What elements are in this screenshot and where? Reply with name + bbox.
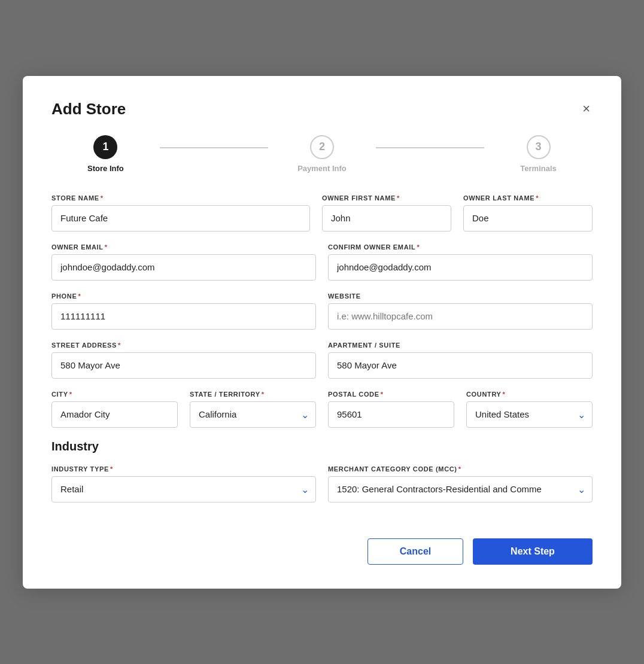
form-row-5: CITY* STATE / TERRITORY* California New …	[51, 391, 593, 428]
step-1-label: Store Info	[87, 164, 124, 173]
apartment-suite-label: APARTMENT / SUITE	[328, 342, 593, 349]
apartment-suite-group: APARTMENT / SUITE	[328, 342, 593, 379]
owner-last-name-label: OWNER LAST NAME*	[463, 194, 593, 202]
state-group: STATE / TERRITORY* California New York T…	[190, 391, 316, 428]
owner-first-name-group: OWNER FIRST NAME*	[322, 194, 451, 232]
city-input[interactable]	[51, 401, 178, 428]
phone-input[interactable]	[51, 303, 316, 330]
form-row-1: STORE NAME* OWNER FIRST NAME* OWNER LAST…	[51, 194, 593, 232]
owner-last-name-input[interactable]	[463, 205, 593, 232]
step-line-1	[160, 147, 268, 148]
form-row-3: PHONE* WEBSITE	[51, 293, 593, 330]
mcc-group: MERCHANT CATEGORY CODE (MCC)* 1520: Gene…	[328, 465, 593, 502]
owner-email-label: OWNER EMAIL*	[51, 243, 316, 251]
confirm-owner-email-group: CONFIRM OWNER EMAIL*	[328, 243, 593, 281]
owner-first-name-input[interactable]	[322, 205, 451, 232]
step-2-label: Payment Info	[297, 164, 347, 173]
street-address-group: STREET ADDRESS*	[51, 342, 316, 379]
city-group: CITY*	[51, 391, 178, 428]
country-select[interactable]: United States Canada United Kingdom	[466, 401, 593, 428]
mcc-select[interactable]: 1520: General Contractors-Residential an…	[328, 476, 593, 502]
industry-type-group: INDUSTRY TYPE* Retail Food & Beverage Se…	[51, 465, 316, 502]
phone-group: PHONE*	[51, 293, 316, 330]
close-button[interactable]: ×	[580, 100, 593, 118]
store-name-label: STORE NAME*	[51, 194, 310, 202]
postal-code-group: POSTAL CODE*	[328, 391, 454, 428]
state-select-wrapper: California New York Texas ⌄	[190, 401, 316, 428]
step-line-2	[376, 147, 484, 148]
cancel-button[interactable]: Cancel	[367, 538, 463, 565]
modal-header: Add Store ×	[51, 100, 593, 118]
modal-title: Add Store	[51, 100, 126, 118]
website-group: WEBSITE	[328, 293, 593, 330]
step-3: 3 Terminals	[484, 135, 593, 173]
owner-email-group: OWNER EMAIL*	[51, 243, 316, 281]
step-1-circle: 1	[93, 135, 117, 159]
owner-first-name-label: OWNER FIRST NAME*	[322, 194, 451, 202]
website-input[interactable]	[328, 303, 593, 330]
postal-code-input[interactable]	[328, 401, 454, 428]
store-name-input[interactable]	[51, 205, 310, 232]
street-address-input[interactable]	[51, 352, 316, 379]
postal-code-label: POSTAL CODE*	[328, 391, 454, 398]
confirm-owner-email-input[interactable]	[328, 254, 593, 281]
step-1: 1 Store Info	[51, 135, 160, 173]
confirm-owner-email-label: CONFIRM OWNER EMAIL*	[328, 243, 593, 251]
state-label: STATE / TERRITORY*	[190, 391, 316, 398]
state-select[interactable]: California New York Texas	[190, 401, 316, 428]
next-step-button[interactable]: Next Step	[473, 538, 593, 565]
form-row-4: STREET ADDRESS* APARTMENT / SUITE	[51, 342, 593, 379]
industry-heading: Industry	[51, 440, 593, 453]
mcc-select-wrapper: 1520: General Contractors-Residential an…	[328, 476, 593, 502]
country-group: COUNTRY* United States Canada United Kin…	[466, 391, 593, 428]
industry-type-select[interactable]: Retail Food & Beverage Services	[51, 476, 316, 502]
country-label: COUNTRY*	[466, 391, 593, 398]
modal: Add Store × 1 Store Info 2 Payment Info	[23, 76, 621, 589]
owner-email-input[interactable]	[51, 254, 316, 281]
form-row-6: INDUSTRY TYPE* Retail Food & Beverage Se…	[51, 465, 593, 502]
mcc-label: MERCHANT CATEGORY CODE (MCC)*	[328, 465, 593, 473]
city-label: CITY*	[51, 391, 178, 398]
industry-type-select-wrapper: Retail Food & Beverage Services ⌄	[51, 476, 316, 502]
website-label: WEBSITE	[328, 293, 593, 300]
stepper: 1 Store Info 2 Payment Info 3 Terminals	[51, 135, 593, 173]
step-2-circle: 2	[310, 135, 334, 159]
step-3-label: Terminals	[520, 164, 556, 173]
store-name-group: STORE NAME*	[51, 194, 310, 232]
step-2: 2 Payment Info	[268, 135, 376, 173]
industry-type-label: INDUSTRY TYPE*	[51, 465, 316, 473]
apartment-suite-input[interactable]	[328, 352, 593, 379]
country-select-wrapper: United States Canada United Kingdom ⌄	[466, 401, 593, 428]
form-row-2: OWNER EMAIL* CONFIRM OWNER EMAIL*	[51, 243, 593, 281]
owner-last-name-group: OWNER LAST NAME*	[463, 194, 593, 232]
modal-backdrop: Add Store × 1 Store Info 2 Payment Info	[0, 0, 644, 664]
modal-footer: Cancel Next Step	[51, 526, 593, 565]
street-address-label: STREET ADDRESS*	[51, 342, 316, 349]
phone-label: PHONE*	[51, 293, 316, 300]
step-3-circle: 3	[527, 135, 551, 159]
